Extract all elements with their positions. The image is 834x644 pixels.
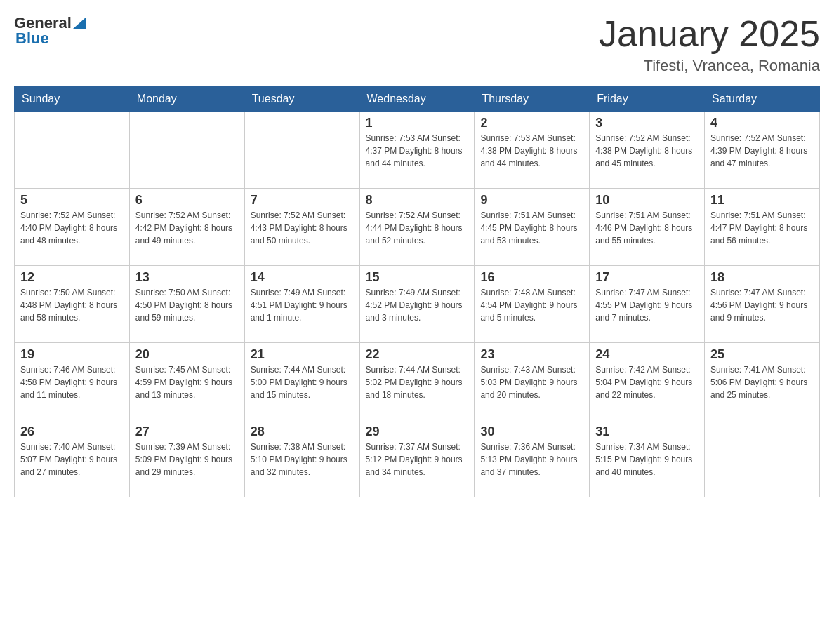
day-number: 23 — [480, 347, 583, 362]
day-number: 12 — [20, 270, 124, 285]
calendar-cell: 15Sunrise: 7:49 AM Sunset: 4:52 PM Dayli… — [359, 266, 475, 343]
calendar-table: SundayMondayTuesdayWednesdayThursdayFrid… — [14, 86, 820, 497]
calendar-cell: 31Sunrise: 7:34 AM Sunset: 5:15 PM Dayli… — [590, 420, 705, 497]
day-info: Sunrise: 7:38 AM Sunset: 5:10 PM Dayligh… — [251, 441, 354, 478]
day-number: 31 — [595, 424, 699, 439]
day-number: 2 — [480, 116, 583, 130]
calendar-cell: 16Sunrise: 7:48 AM Sunset: 4:54 PM Dayli… — [475, 266, 590, 343]
week-row-4: 19Sunrise: 7:46 AM Sunset: 4:58 PM Dayli… — [15, 343, 820, 420]
day-info: Sunrise: 7:52 AM Sunset: 4:38 PM Dayligh… — [595, 132, 699, 170]
calendar-cell: 26Sunrise: 7:40 AM Sunset: 5:07 PM Dayli… — [15, 420, 130, 497]
day-info: Sunrise: 7:49 AM Sunset: 4:52 PM Dayligh… — [366, 286, 469, 324]
day-info: Sunrise: 7:37 AM Sunset: 5:12 PM Dayligh… — [366, 441, 469, 478]
calendar-cell: 4Sunrise: 7:52 AM Sunset: 4:39 PM Daylig… — [705, 112, 820, 189]
calendar-cell: 17Sunrise: 7:47 AM Sunset: 4:55 PM Dayli… — [590, 266, 705, 343]
location-title: Tifesti, Vrancea, Romania — [599, 57, 820, 75]
day-number: 27 — [135, 424, 239, 439]
day-info: Sunrise: 7:47 AM Sunset: 4:55 PM Dayligh… — [595, 286, 699, 324]
header-tuesday: Tuesday — [244, 87, 359, 112]
day-number: 22 — [366, 347, 469, 362]
day-number: 11 — [710, 193, 814, 208]
day-info: Sunrise: 7:46 AM Sunset: 4:58 PM Dayligh… — [20, 363, 124, 401]
header-saturday: Saturday — [705, 87, 820, 112]
day-number: 30 — [480, 424, 583, 439]
day-number: 5 — [20, 193, 124, 208]
day-info: Sunrise: 7:44 AM Sunset: 5:00 PM Dayligh… — [251, 363, 354, 401]
header-thursday: Thursday — [475, 87, 590, 112]
calendar-cell — [15, 112, 130, 189]
calendar-cell: 7Sunrise: 7:52 AM Sunset: 4:43 PM Daylig… — [244, 189, 359, 266]
calendar-cell: 30Sunrise: 7:36 AM Sunset: 5:13 PM Dayli… — [475, 420, 590, 497]
day-number: 4 — [710, 116, 814, 130]
day-number: 25 — [710, 347, 814, 362]
week-row-5: 26Sunrise: 7:40 AM Sunset: 5:07 PM Dayli… — [15, 420, 820, 497]
day-info: Sunrise: 7:47 AM Sunset: 4:56 PM Dayligh… — [710, 286, 814, 324]
calendar-cell: 12Sunrise: 7:50 AM Sunset: 4:48 PM Dayli… — [15, 266, 130, 343]
day-number: 18 — [710, 270, 814, 285]
day-number: 7 — [251, 193, 354, 208]
calendar-cell: 1Sunrise: 7:53 AM Sunset: 4:37 PM Daylig… — [359, 112, 475, 189]
week-row-3: 12Sunrise: 7:50 AM Sunset: 4:48 PM Dayli… — [15, 266, 820, 343]
day-info: Sunrise: 7:52 AM Sunset: 4:43 PM Dayligh… — [251, 209, 354, 247]
day-info: Sunrise: 7:50 AM Sunset: 4:48 PM Dayligh… — [20, 286, 124, 324]
day-number: 24 — [595, 347, 699, 362]
day-number: 6 — [135, 193, 239, 208]
header-friday: Friday — [590, 87, 705, 112]
logo: General Blue — [14, 14, 86, 48]
day-info: Sunrise: 7:45 AM Sunset: 4:59 PM Dayligh… — [135, 363, 239, 401]
day-number: 19 — [20, 347, 124, 362]
day-info: Sunrise: 7:34 AM Sunset: 5:15 PM Dayligh… — [595, 441, 699, 478]
day-number: 26 — [20, 424, 124, 439]
day-info: Sunrise: 7:50 AM Sunset: 4:50 PM Dayligh… — [135, 286, 239, 324]
day-number: 8 — [366, 193, 469, 208]
calendar-cell: 2Sunrise: 7:53 AM Sunset: 4:38 PM Daylig… — [475, 112, 590, 189]
day-number: 1 — [366, 116, 469, 130]
week-row-1: 1Sunrise: 7:53 AM Sunset: 4:37 PM Daylig… — [15, 112, 820, 189]
day-info: Sunrise: 7:52 AM Sunset: 4:42 PM Dayligh… — [135, 209, 239, 247]
calendar-cell: 21Sunrise: 7:44 AM Sunset: 5:00 PM Dayli… — [244, 343, 359, 420]
calendar-cell: 24Sunrise: 7:42 AM Sunset: 5:04 PM Dayli… — [590, 343, 705, 420]
day-number: 15 — [366, 270, 469, 285]
calendar-cell: 13Sunrise: 7:50 AM Sunset: 4:50 PM Dayli… — [129, 266, 244, 343]
calendar-cell: 20Sunrise: 7:45 AM Sunset: 4:59 PM Dayli… — [129, 343, 244, 420]
calendar-cell — [129, 112, 244, 189]
day-info: Sunrise: 7:53 AM Sunset: 4:37 PM Dayligh… — [366, 132, 469, 170]
day-number: 29 — [366, 424, 469, 439]
calendar-cell: 28Sunrise: 7:38 AM Sunset: 5:10 PM Dayli… — [244, 420, 359, 497]
calendar-cell: 3Sunrise: 7:52 AM Sunset: 4:38 PM Daylig… — [590, 112, 705, 189]
day-number: 16 — [480, 270, 583, 285]
day-info: Sunrise: 7:44 AM Sunset: 5:02 PM Dayligh… — [366, 363, 469, 401]
calendar-cell: 19Sunrise: 7:46 AM Sunset: 4:58 PM Dayli… — [15, 343, 130, 420]
logo-triangle-icon — [73, 16, 86, 29]
calendar-cell: 11Sunrise: 7:51 AM Sunset: 4:47 PM Dayli… — [705, 189, 820, 266]
month-title: January 2025 — [599, 14, 820, 54]
day-number: 9 — [480, 193, 583, 208]
header-sunday: Sunday — [15, 87, 130, 112]
day-number: 3 — [595, 116, 699, 130]
week-row-2: 5Sunrise: 7:52 AM Sunset: 4:40 PM Daylig… — [15, 189, 820, 266]
calendar-cell: 23Sunrise: 7:43 AM Sunset: 5:03 PM Dayli… — [475, 343, 590, 420]
day-info: Sunrise: 7:49 AM Sunset: 4:51 PM Dayligh… — [251, 286, 354, 324]
header-wednesday: Wednesday — [359, 87, 475, 112]
day-info: Sunrise: 7:51 AM Sunset: 4:47 PM Dayligh… — [710, 209, 814, 247]
day-number: 10 — [595, 193, 699, 208]
calendar-cell: 9Sunrise: 7:51 AM Sunset: 4:45 PM Daylig… — [475, 189, 590, 266]
calendar-cell: 6Sunrise: 7:52 AM Sunset: 4:42 PM Daylig… — [129, 189, 244, 266]
calendar-cell: 8Sunrise: 7:52 AM Sunset: 4:44 PM Daylig… — [359, 189, 475, 266]
day-number: 28 — [251, 424, 354, 439]
day-info: Sunrise: 7:48 AM Sunset: 4:54 PM Dayligh… — [480, 286, 583, 324]
day-info: Sunrise: 7:39 AM Sunset: 5:09 PM Dayligh… — [135, 441, 239, 478]
day-info: Sunrise: 7:42 AM Sunset: 5:04 PM Dayligh… — [595, 363, 699, 401]
calendar-cell: 10Sunrise: 7:51 AM Sunset: 4:46 PM Dayli… — [590, 189, 705, 266]
day-info: Sunrise: 7:43 AM Sunset: 5:03 PM Dayligh… — [480, 363, 583, 401]
logo-blue-text: Blue — [15, 29, 49, 48]
calendar-cell: 29Sunrise: 7:37 AM Sunset: 5:12 PM Dayli… — [359, 420, 475, 497]
calendar-cell: 22Sunrise: 7:44 AM Sunset: 5:02 PM Dayli… — [359, 343, 475, 420]
day-number: 13 — [135, 270, 239, 285]
day-number: 14 — [251, 270, 354, 285]
calendar-cell: 25Sunrise: 7:41 AM Sunset: 5:06 PM Dayli… — [705, 343, 820, 420]
day-info: Sunrise: 7:52 AM Sunset: 4:40 PM Dayligh… — [20, 209, 124, 247]
calendar-cell: 5Sunrise: 7:52 AM Sunset: 4:40 PM Daylig… — [15, 189, 130, 266]
title-section: January 2025 Tifesti, Vrancea, Romania — [599, 14, 820, 75]
header-monday: Monday — [129, 87, 244, 112]
